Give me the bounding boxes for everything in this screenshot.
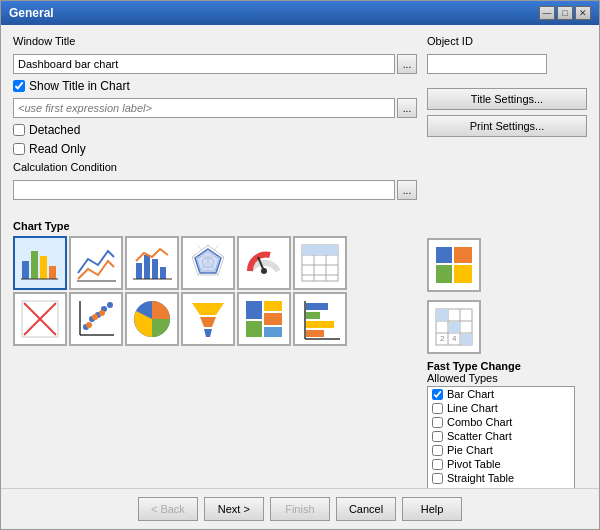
fast-type-label: Fast Type Change bbox=[427, 360, 587, 372]
allowed-types-list: Bar Chart Line Chart Combo Chart Sc bbox=[427, 386, 575, 488]
type-line-label: Line Chart bbox=[447, 402, 498, 414]
print-settings-btn[interactable]: Print Settings... bbox=[427, 115, 587, 137]
svg-rect-46 bbox=[246, 321, 262, 337]
help-btn[interactable]: Help bbox=[402, 497, 462, 521]
svg-rect-51 bbox=[306, 312, 320, 319]
chart-type-gauge[interactable] bbox=[237, 236, 291, 290]
svg-rect-47 bbox=[264, 301, 282, 311]
svg-text:4: 4 bbox=[452, 334, 457, 343]
chart-type-mekko[interactable] bbox=[237, 292, 291, 346]
show-title-checkbox[interactable] bbox=[13, 80, 25, 92]
minimize-btn[interactable]: — bbox=[539, 6, 555, 20]
type-pivot-table: Pivot Table bbox=[428, 457, 574, 471]
svg-rect-53 bbox=[306, 330, 324, 337]
dialog-footer: < Back Next > Finish Cancel Help bbox=[1, 488, 599, 529]
svg-rect-66 bbox=[449, 322, 460, 333]
window-title-row: ... bbox=[13, 54, 417, 74]
chart-type-scatter-x[interactable] bbox=[13, 292, 67, 346]
chart-type-label: Chart Type bbox=[13, 220, 417, 232]
cancel-btn[interactable]: Cancel bbox=[336, 497, 396, 521]
expression-browse-btn[interactable]: ... bbox=[397, 98, 417, 118]
fast-type-section: Fast Type Change Allowed Types Bar Chart… bbox=[427, 360, 587, 488]
general-dialog: General — □ ✕ Window Title ... Show Titl… bbox=[0, 0, 600, 530]
window-title-label: Window Title bbox=[13, 35, 417, 47]
expression-input[interactable] bbox=[13, 98, 395, 118]
type-bar-checkbox[interactable] bbox=[432, 389, 443, 400]
chart-type-bar[interactable] bbox=[13, 236, 67, 290]
type-bar-chart: Bar Chart bbox=[428, 387, 574, 401]
svg-point-38 bbox=[86, 322, 92, 328]
type-pie-chart: Pie Chart bbox=[428, 443, 574, 457]
svg-rect-59 bbox=[454, 265, 472, 283]
type-combo-checkbox[interactable] bbox=[432, 417, 443, 428]
type-pie-checkbox[interactable] bbox=[432, 445, 443, 456]
calc-condition-browse-btn[interactable]: ... bbox=[397, 180, 417, 200]
chart-type-hbar[interactable] bbox=[293, 292, 347, 346]
svg-point-37 bbox=[107, 302, 113, 308]
type-bar-label: Bar Chart bbox=[447, 388, 494, 400]
svg-marker-42 bbox=[192, 303, 224, 315]
back-btn[interactable]: < Back bbox=[138, 497, 198, 521]
object-id-label: Object ID bbox=[427, 35, 587, 47]
left-panel: Window Title ... Show Title in Chart ...… bbox=[13, 35, 417, 200]
show-title-row: Show Title in Chart bbox=[13, 79, 417, 93]
svg-rect-56 bbox=[436, 247, 452, 263]
svg-rect-9 bbox=[160, 267, 166, 279]
chart-type-funnel[interactable] bbox=[181, 292, 235, 346]
svg-point-39 bbox=[92, 314, 98, 320]
calc-condition-input[interactable] bbox=[13, 180, 395, 200]
type-straight-label: Straight Table bbox=[447, 472, 514, 484]
finish-btn[interactable]: Finish bbox=[270, 497, 330, 521]
svg-rect-7 bbox=[144, 255, 150, 279]
type-pivot-checkbox[interactable] bbox=[432, 459, 443, 470]
next-btn[interactable]: Next > bbox=[204, 497, 264, 521]
chart-type-table[interactable] bbox=[293, 236, 347, 290]
chart-type-pie[interactable] bbox=[125, 292, 179, 346]
show-title-label: Show Title in Chart bbox=[29, 79, 130, 93]
type-scatter-label: Scatter Chart bbox=[447, 430, 512, 442]
svg-rect-48 bbox=[264, 313, 282, 325]
right-panel: Object ID Title Settings... Print Settin… bbox=[427, 35, 587, 200]
read-only-row: Read Only bbox=[13, 142, 417, 156]
expression-row: ... bbox=[13, 98, 417, 118]
svg-rect-49 bbox=[264, 327, 282, 337]
chart-type-extra1[interactable] bbox=[427, 238, 481, 292]
chart-grid bbox=[13, 236, 417, 346]
window-title-input[interactable] bbox=[13, 54, 395, 74]
svg-rect-3 bbox=[49, 266, 56, 279]
type-pie-label: Pie Chart bbox=[447, 444, 493, 456]
svg-rect-45 bbox=[246, 301, 262, 319]
maximize-btn[interactable]: □ bbox=[557, 6, 573, 20]
svg-rect-50 bbox=[306, 303, 328, 310]
chart-type-extra2[interactable]: 2 4 bbox=[427, 300, 481, 354]
svg-point-40 bbox=[99, 310, 105, 316]
calc-condition-row: ... bbox=[13, 180, 417, 200]
chart-type-radar[interactable] bbox=[181, 236, 235, 290]
top-section: Window Title ... Show Title in Chart ...… bbox=[13, 35, 587, 200]
svg-rect-58 bbox=[436, 265, 452, 283]
svg-rect-6 bbox=[136, 263, 142, 279]
close-btn[interactable]: ✕ bbox=[575, 6, 591, 20]
type-line-checkbox[interactable] bbox=[432, 403, 443, 414]
detached-label: Detached bbox=[29, 123, 80, 137]
chart-type-line[interactable] bbox=[69, 236, 123, 290]
detached-checkbox[interactable] bbox=[13, 124, 25, 136]
svg-rect-52 bbox=[306, 321, 334, 328]
chart-type-combo[interactable] bbox=[125, 236, 179, 290]
svg-rect-0 bbox=[22, 261, 29, 279]
svg-rect-1 bbox=[31, 251, 38, 279]
svg-rect-27 bbox=[302, 245, 338, 255]
title-settings-btn[interactable]: Title Settings... bbox=[427, 88, 587, 110]
svg-rect-65 bbox=[436, 309, 448, 321]
title-bar: General — □ ✕ bbox=[1, 1, 599, 25]
chart-type-scatter2[interactable] bbox=[69, 292, 123, 346]
type-straight-checkbox[interactable] bbox=[432, 473, 443, 484]
calc-condition-label: Calculation Condition bbox=[13, 161, 417, 173]
svg-text:2: 2 bbox=[440, 334, 445, 343]
read-only-checkbox[interactable] bbox=[13, 143, 25, 155]
type-scatter-checkbox[interactable] bbox=[432, 431, 443, 442]
window-title-browse-btn[interactable]: ... bbox=[397, 54, 417, 74]
object-id-input[interactable] bbox=[427, 54, 547, 74]
type-combo-label: Combo Chart bbox=[447, 416, 512, 428]
type-scatter-chart: Scatter Chart bbox=[428, 429, 574, 443]
